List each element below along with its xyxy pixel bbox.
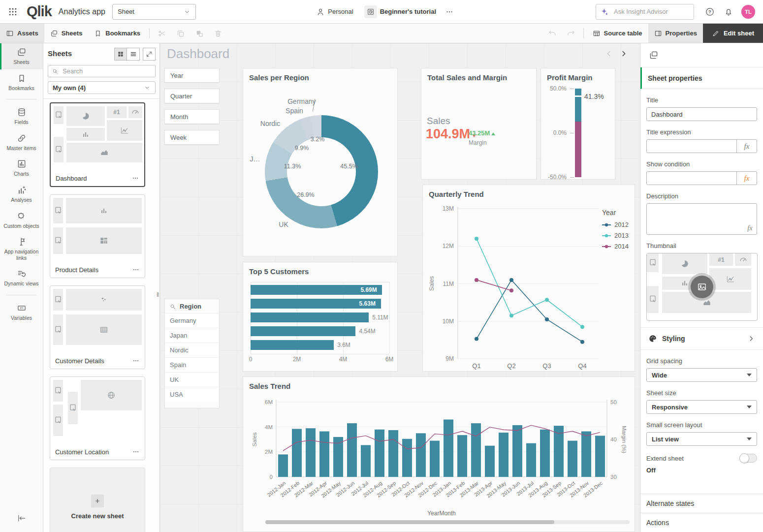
sidebar-item-analyses[interactable]: Analyses <box>0 181 43 207</box>
sales-bar[interactable] <box>471 423 481 477</box>
sheet-size-select[interactable]: Responsive <box>646 400 757 414</box>
top5-bar[interactable] <box>251 326 355 336</box>
previous-sheet-icon[interactable] <box>604 49 613 58</box>
sidebar-item-app-navigation-links[interactable]: App navigation links <box>0 233 43 265</box>
sidebar-item-variables[interactable]: x= Variables <box>0 299 43 325</box>
sheet-search[interactable] <box>48 65 156 77</box>
more-options-icon[interactable] <box>132 448 140 456</box>
copy-icon[interactable] <box>176 29 185 38</box>
sheet-card-product[interactable]: Product Details <box>50 194 145 278</box>
region-filter-header[interactable]: Region <box>165 299 219 313</box>
data-point[interactable] <box>509 278 513 282</box>
help-icon[interactable]: ? <box>705 7 715 17</box>
filter-pane-year[interactable]: Year <box>164 68 220 83</box>
change-thumbnail-button[interactable] <box>691 276 713 298</box>
sidebar-item-charts[interactable]: Charts <box>0 155 43 181</box>
panel-resize-handle[interactable]: ‖ <box>157 291 159 298</box>
data-point[interactable] <box>509 313 513 317</box>
sheet-type-selector[interactable]: Sheet <box>112 4 196 20</box>
edit-sheet-button[interactable]: Edit sheet <box>703 24 763 43</box>
actions-section[interactable]: Actions <box>640 513 763 532</box>
margin-line[interactable] <box>283 425 600 451</box>
kpi-secondary-value[interactable]: 43.25M <box>469 129 495 137</box>
sales-bar[interactable] <box>361 445 371 477</box>
notifications-bell-icon[interactable] <box>724 7 733 17</box>
sales-bar[interactable] <box>540 430 550 477</box>
filter-pane-month[interactable]: Month <box>164 109 220 124</box>
more-options-icon[interactable] <box>131 174 139 182</box>
insight-advisor-search[interactable] <box>596 4 694 20</box>
data-point[interactable] <box>545 298 549 302</box>
more-options-icon[interactable] <box>132 357 140 365</box>
sidebar-item-sheets[interactable]: Sheets <box>0 43 43 69</box>
qlik-logo[interactable]: Qlik <box>27 3 52 20</box>
user-avatar[interactable]: TL <box>741 5 755 19</box>
sales-bar[interactable] <box>485 446 495 477</box>
gauge-lower-segment[interactable] <box>575 122 581 177</box>
more-options-icon[interactable] <box>132 266 140 274</box>
properties-button[interactable]: Properties <box>648 24 703 43</box>
expression-editor-fx-button[interactable]: fx <box>736 172 757 185</box>
region-filter-item-germany[interactable]: Germany <box>165 313 219 328</box>
sales-bar[interactable] <box>388 430 398 477</box>
sales-bar[interactable] <box>278 454 288 477</box>
description-input[interactable] <box>647 204 757 234</box>
data-point[interactable] <box>475 278 478 282</box>
scrollbar-thumb[interactable] <box>265 520 554 524</box>
sidebar-item-bookmarks[interactable]: Bookmarks <box>0 69 43 95</box>
trash-icon[interactable] <box>214 29 223 38</box>
top5-bar[interactable] <box>251 313 369 322</box>
thumbnail-preview[interactable]: #1 <box>646 253 758 321</box>
sidebar-item-master-items[interactable]: Master items <box>0 129 43 156</box>
app-menu-grid-icon[interactable] <box>8 7 18 17</box>
region-filter-item-japan[interactable]: Japan <box>165 328 219 343</box>
collection-dropdown[interactable]: My own (4) <box>48 81 156 94</box>
sheet-card-customer[interactable]: Customer Details <box>50 285 145 369</box>
sheet-properties-tab-icon[interactable] <box>649 50 659 60</box>
region-filter-item-spain[interactable]: Spain <box>165 357 219 372</box>
legend-item-2012[interactable]: 2012 <box>602 221 635 228</box>
gauge-upper-segment[interactable] <box>575 89 581 122</box>
expression-editor-fx-button[interactable]: fx <box>747 224 753 232</box>
data-point[interactable] <box>580 325 584 329</box>
sales-bar[interactable] <box>430 441 440 477</box>
tab-bookmarks[interactable]: Bookmarks <box>88 24 146 43</box>
styling-section[interactable]: Styling <box>640 327 763 350</box>
data-point[interactable] <box>580 340 584 344</box>
sales-bar[interactable] <box>526 443 536 477</box>
tab-sheets[interactable]: Sheets <box>44 24 89 43</box>
data-point[interactable] <box>475 337 478 341</box>
sheet-card-location[interactable]: Customer Location <box>50 376 145 460</box>
create-new-sheet-button[interactable]: Create new sheet <box>50 468 145 532</box>
sidebar-item-fields[interactable]: Fields <box>0 103 43 129</box>
sales-bar[interactable] <box>581 432 591 477</box>
data-point[interactable] <box>509 288 513 292</box>
next-sheet-icon[interactable] <box>619 49 628 58</box>
legend-item-2013[interactable]: 2013 <box>602 232 635 239</box>
sales-bar[interactable] <box>347 423 357 477</box>
sales-bar[interactable] <box>444 419 453 477</box>
insight-advisor-input[interactable] <box>613 7 701 16</box>
sales-bar[interactable] <box>457 435 467 477</box>
show-condition-input[interactable] <box>647 172 736 185</box>
legend-item-2014[interactable]: 2014 <box>602 243 635 250</box>
sheet-search-input[interactable] <box>62 67 152 75</box>
extend-sheet-toggle[interactable] <box>739 454 757 463</box>
app-breadcrumb[interactable]: Beginner's tutorial <box>364 5 436 18</box>
small-screen-select[interactable]: List view <box>646 432 757 446</box>
sidebar-item-dynamic-views[interactable]: Dynamic views <box>0 265 43 291</box>
region-filter-item-usa[interactable]: USA <box>165 387 219 402</box>
sales-bar[interactable] <box>319 432 329 477</box>
region-filter-item-nordic[interactable]: Nordic <box>165 343 219 357</box>
top5-bar[interactable] <box>251 340 334 350</box>
redo-icon[interactable] <box>567 29 575 38</box>
expression-editor-fx-button[interactable]: fx <box>736 140 757 153</box>
region-filter-item-uk[interactable]: UK <box>165 372 219 387</box>
title-expression-input[interactable] <box>647 140 736 153</box>
expand-panel-button[interactable] <box>143 48 156 61</box>
sidebar-item-custom-objects[interactable]: Custom objects <box>0 207 43 233</box>
grid-spacing-select[interactable]: Wide <box>646 368 757 382</box>
horizontal-scrollbar[interactable] <box>265 520 630 524</box>
scissors-icon[interactable] <box>158 29 166 38</box>
sales-bar[interactable] <box>568 441 577 477</box>
